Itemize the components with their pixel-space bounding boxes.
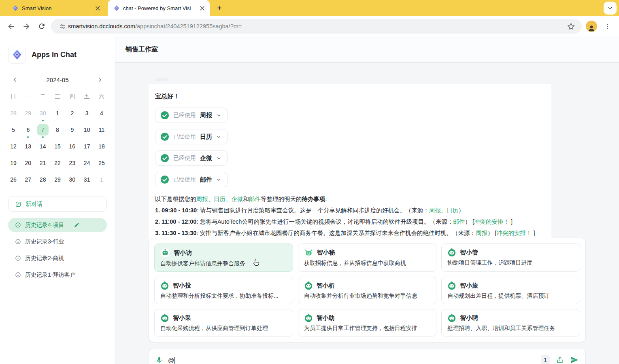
calendar-day[interactable]: 12	[6, 140, 21, 153]
tool-name: 企微	[200, 154, 212, 162]
tab-close-icon[interactable]	[198, 4, 206, 12]
status-label: 已经使用	[173, 112, 196, 119]
tool-status-weekly-report[interactable]: 已经使用 周报	[155, 108, 228, 123]
calendar-day[interactable]: 4	[94, 107, 109, 120]
calendar-day[interactable]: 8	[50, 123, 65, 136]
browser-menu-icon[interactable]	[600, 19, 615, 34]
calendar-day[interactable]: 21	[36, 157, 50, 169]
address-bar[interactable]: smartvision.dcclouds.com/appsinchat/2404…	[51, 19, 582, 34]
tool-status-wecom[interactable]: 已经使用 企微	[155, 150, 228, 166]
agent-desc: 自动规划出差日程，提供机票、酒店预订	[447, 292, 574, 300]
forward-button[interactable]	[19, 19, 34, 34]
calendar-day[interactable]: 13	[21, 140, 35, 153]
calendar-day[interactable]: 10	[80, 123, 94, 136]
calendar-day[interactable]: 26	[6, 173, 21, 186]
calendar-day[interactable]: 30	[65, 173, 79, 186]
calendar-day[interactable]: 17	[80, 140, 94, 153]
calendar-day[interactable]: 29	[50, 173, 65, 186]
assistant-message-card: 宝总好！ 已经使用 周报 已经使用 日历 已经使用 企微	[149, 84, 551, 258]
history-item-industry[interactable]: 历史记录3-行业	[8, 235, 107, 249]
edit-pencil-icon[interactable]	[74, 222, 80, 228]
calendar-day[interactable]: 30	[36, 107, 50, 120]
bookmark-star-icon[interactable]	[565, 19, 577, 34]
todo-item-3: 3. 11:30 - 13:30: 安排与新客户金小姐在城市花园餐厅的商务午餐。…	[155, 227, 545, 239]
source-link[interactable]: 邮件	[453, 218, 465, 225]
calendar-day[interactable]: 24	[80, 157, 94, 169]
calendar-day[interactable]: 23	[65, 157, 79, 169]
send-icon[interactable]	[570, 356, 579, 364]
chat-smiley-icon	[15, 239, 21, 245]
link-weekly-report[interactable]: 周报	[196, 196, 208, 202]
agent-card-zhixiaoguan[interactable]: 智小管 协助项目管理工作，追踪项目进度	[441, 243, 580, 272]
calendar-day[interactable]: 14	[36, 140, 50, 153]
robot-icon	[304, 248, 313, 257]
calendar-day[interactable]: 3	[80, 107, 94, 120]
calendar-day[interactable]: 2	[65, 107, 79, 120]
calendar-day[interactable]: 1	[94, 173, 109, 186]
mic-icon[interactable]	[155, 356, 163, 364]
calendar-day[interactable]: 6	[21, 123, 35, 136]
calendar-day[interactable]: 16	[65, 140, 79, 153]
back-button[interactable]	[3, 19, 19, 34]
calendar-next-icon[interactable]	[95, 75, 105, 85]
history-item-opportunity[interactable]: 历史记录2-商机	[8, 251, 107, 265]
agent-card-zhixiaocai[interactable]: 智小采 自动化采购流程，从供应商管理到订单处理	[154, 309, 293, 336]
tab-chat-active[interactable]: chat - Powered by Smart Visi	[108, 0, 210, 16]
source-link[interactable]: 周报、日历	[429, 207, 459, 214]
chat-content: 宝总好！ 已经使用 周报 已经使用 日历 已经使用 企微	[115, 63, 619, 364]
conflict-link[interactable]: 冲突的安排！	[497, 230, 532, 236]
message-input[interactable]: @	[168, 357, 541, 364]
tab-smart-vision[interactable]: Smart Vision	[6, 0, 105, 16]
calendar-day[interactable]: 1	[50, 107, 65, 120]
agent-card-zhixiaozhu[interactable]: 智小助 为员工提供日常工作管理支持，包括日程安排	[298, 309, 437, 336]
calendar-prev-icon[interactable]	[10, 75, 20, 85]
calendar-day[interactable]: 15	[50, 140, 65, 153]
calendar-day[interactable]: 27	[21, 173, 35, 186]
calendar-grid: 日一二三四五六282930123456789101112131415161718…	[6, 90, 109, 186]
history-item-visit[interactable]: 历史记录1-拜访客户	[8, 268, 107, 282]
new-chat-button[interactable]: 新对话	[8, 197, 107, 212]
calendar-day[interactable]: 25	[94, 157, 109, 169]
calendar-day[interactable]: 19	[6, 157, 21, 169]
link-wecom[interactable]: 企微	[232, 196, 243, 202]
calendar-day[interactable]: 28	[6, 107, 21, 120]
chat-input-bar: @ 1	[149, 349, 586, 364]
conflict-link[interactable]: 冲突的安排！	[474, 218, 509, 225]
source-link[interactable]: 周报	[476, 230, 487, 236]
calendar-day[interactable]: 22	[50, 157, 65, 169]
link-calendar[interactable]: 日历	[214, 196, 225, 202]
agents-panel: 智小访 自动提供客户拜访信息并整合服务 智小秘 获取招标信息，并从招标信息中获取…	[149, 238, 586, 342]
calendar-day[interactable]: 20	[21, 157, 35, 169]
tab-search-button[interactable]	[604, 2, 617, 15]
calendar-day[interactable]: 5	[6, 123, 21, 136]
agent-name: 智小采	[173, 314, 191, 322]
agent-card-zhixiaofang[interactable]: 智小访 自动提供客户拜访信息并整合服务	[154, 243, 293, 272]
agent-desc: 为员工提供日常工作管理支持，包括日程安排	[304, 325, 431, 332]
check-circle-icon	[160, 175, 169, 184]
site-info-icon[interactable]	[57, 19, 68, 34]
tab-close-icon[interactable]	[94, 4, 101, 12]
link-email[interactable]: 邮件	[249, 196, 261, 202]
calendar-day[interactable]: 11	[94, 123, 109, 136]
tool-status-calendar[interactable]: 已经使用 日历	[155, 129, 228, 144]
calendar-day[interactable]: 7	[36, 123, 50, 136]
reload-button[interactable]	[34, 19, 49, 34]
upload-icon[interactable]	[556, 356, 564, 364]
agent-card-zhixiaopin[interactable]: 智小聘 处理招聘、入职、培训和员工关系管理任务	[441, 309, 580, 336]
calendar-day[interactable]: 18	[94, 140, 109, 153]
calendar-day[interactable]: 29	[21, 107, 35, 120]
tool-status-email[interactable]: 已经使用 邮件	[155, 172, 228, 187]
agent-card-zhixiaomi[interactable]: 智小秘 获取招标信息，并从招标信息中获取商机	[298, 243, 437, 272]
agent-card-zhixiaolv[interactable]: 智小旅 自动规划出差日程，提供机票、酒店预订	[441, 277, 580, 304]
agent-card-zhixiaotou[interactable]: 智小投 自动整理和分析投标文件要求，协助准备投标...	[154, 277, 293, 304]
history-item-project[interactable]: 历史记录4-项目	[8, 218, 107, 232]
calendar-weekday: 三	[50, 90, 65, 103]
calendar-weekday: 日	[6, 90, 21, 103]
history-item-label: 历史记录3-行业	[25, 238, 64, 245]
agent-card-zhixiaoxi[interactable]: 智小析 自动收集并分析行业市场趋势和竞争对手信息	[298, 277, 437, 304]
calendar-day[interactable]: 31	[80, 173, 94, 186]
calendar-day[interactable]: 28	[36, 173, 50, 186]
new-tab-button[interactable]: +	[214, 2, 225, 14]
profile-avatar[interactable]	[586, 21, 597, 32]
calendar-day[interactable]: 9	[65, 123, 79, 136]
